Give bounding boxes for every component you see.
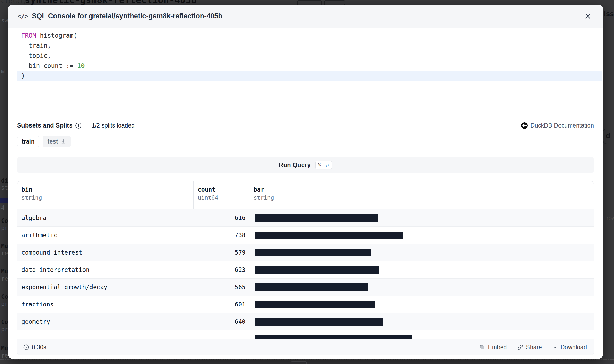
share-icon — [517, 344, 523, 350]
download-icon — [60, 139, 66, 144]
sql-token-keyword: FROM — [21, 32, 36, 39]
modal-header: </> SQL Console for gretelai/synthetic-g… — [8, 5, 603, 28]
sql-line[interactable]: train, — [8, 41, 603, 51]
sql-token-plain: topic, — [21, 52, 51, 59]
table-row[interactable]: fractions 601 — [17, 296, 594, 313]
background-text-fragment: req — [1, 250, 8, 257]
background-text-fragment: Mul — [1, 243, 8, 249]
cell-bin: geometry — [17, 313, 194, 330]
subsets-and-splits-row: Subsets and Splits 1/2 splits loaded Duc… — [17, 120, 594, 131]
cell-bin: algebra — [17, 209, 194, 226]
run-query-label: Run Query — [279, 161, 311, 169]
table-row[interactable]: geometry 640 — [17, 313, 594, 330]
sql-line[interactable]: FROM histogram( — [8, 31, 603, 41]
column-name: bar — [254, 186, 594, 193]
histogram-bar — [255, 301, 375, 308]
splits-loaded-status: 1/2 splits loaded — [92, 122, 135, 129]
embed-icon — [479, 344, 485, 350]
split-tabs: traintest — [17, 136, 71, 147]
cell-bar — [249, 227, 594, 244]
background-text-fragment: Mul — [1, 345, 8, 352]
share-label: Share — [526, 344, 542, 351]
sql-editor[interactable]: FROM histogram( train, topic, bin_count … — [8, 31, 603, 81]
table-row[interactable]: compound interest 579 — [17, 244, 594, 261]
background-text-fragment: Com — [1, 293, 8, 300]
run-query-button[interactable]: Run Query ⌘ ↵ — [17, 157, 594, 173]
cell-bar — [249, 313, 594, 330]
column-name: bin — [21, 186, 193, 193]
query-elapsed-time: 0.30s — [23, 344, 46, 351]
sql-line[interactable]: topic, — [8, 51, 603, 61]
info-icon[interactable] — [75, 122, 82, 129]
keyboard-shortcut-badge: ⌘ ↵ — [315, 161, 332, 169]
code-icon: </> — [18, 12, 28, 20]
table-row[interactable]: data interpretation 623 — [17, 261, 594, 279]
cell-bar — [249, 261, 594, 278]
column-header-bar: bar string — [249, 181, 594, 209]
cell-bar — [249, 279, 594, 296]
background-pill-letter: d — [606, 132, 610, 140]
column-header-count: count uint64 — [194, 181, 249, 209]
column-header-bin: bin string — [17, 181, 194, 209]
clock-icon — [23, 344, 29, 350]
close-button[interactable] — [583, 11, 593, 21]
column-type: uint64 — [198, 194, 249, 201]
histogram-bar — [255, 335, 412, 339]
background-text-fragment: pro — [1, 300, 8, 307]
cell-bar — [249, 296, 594, 313]
cell-bar — [249, 209, 594, 226]
background-text-fragment: str — [1, 184, 8, 191]
cell-bin: arithmetic — [17, 227, 194, 244]
sql-token-plain: ) — [21, 72, 25, 80]
split-tab-test[interactable]: test — [43, 136, 71, 147]
column-type: string — [21, 194, 193, 201]
embed-label: Embed — [488, 344, 507, 351]
sql-console-modal: </> SQL Console for gretelai/synthetic-g… — [8, 5, 603, 359]
histogram-bar — [255, 214, 378, 222]
column-type: string — [254, 194, 594, 201]
background-text-fragment: ⊞ V — [1, 68, 8, 74]
sql-line[interactable]: bin_count := 10 — [8, 61, 603, 71]
embed-button[interactable]: Embed — [479, 344, 507, 351]
background-text-fragment: pro — [1, 225, 8, 231]
cell-count: 601 — [194, 296, 249, 313]
background-page-left-edge: sw⊞ Vdifstr4 ∨ComproMulreqMulreqComproCo… — [0, 0, 8, 364]
histogram-bar — [255, 266, 379, 274]
vertical-divider — [87, 122, 87, 129]
cell-count: 565 — [194, 279, 249, 296]
table-body[interactable]: algebra 616 arithmetic 738 compound inte… — [17, 209, 594, 339]
histogram-bar — [255, 318, 383, 326]
table-row[interactable]: arithmetic 738 — [17, 227, 594, 244]
cell-bar — [249, 330, 594, 339]
background-repo-title-fragment: synthetic-gsm8k-reflection-405b — [25, 0, 197, 5]
table-row-partial[interactable] — [17, 330, 594, 339]
table-row[interactable]: exponential growth/decay 565 — [17, 279, 594, 296]
table-header-row: bin stringcount uint64bar string — [17, 181, 594, 209]
cell-count: 579 — [194, 244, 249, 261]
cell-count: 738 — [194, 227, 249, 244]
table-row[interactable]: algebra 616 — [17, 209, 594, 227]
duckdb-logo-icon — [521, 122, 528, 129]
sql-token-plain: bin_count := — [21, 62, 77, 69]
close-icon — [584, 12, 592, 20]
results-footer: 0.30s Embed Share Download — [17, 339, 594, 355]
background-page-header: etelai/ synthetic-gsm8k-reflection-405b — [0, 0, 614, 5]
background-rows-text-fragment: f row — [603, 215, 614, 222]
split-tab-train[interactable]: train — [17, 136, 39, 147]
download-button[interactable]: Download — [552, 344, 587, 351]
cell-count — [194, 330, 249, 339]
cell-count: 623 — [194, 261, 249, 278]
cell-bin: exponential growth/decay — [17, 279, 194, 296]
sql-line-active[interactable]: ) — [17, 71, 602, 81]
duckdb-documentation-link[interactable]: DuckDB Documentation — [521, 122, 594, 129]
sql-token-number: 10 — [77, 62, 85, 69]
split-tab-label: train — [22, 138, 35, 145]
background-text-fragment: sw — [1, 17, 8, 24]
cell-bin: data interpretation — [17, 261, 194, 278]
cell-count: 640 — [194, 313, 249, 330]
sql-token-plain: train, — [21, 42, 51, 49]
share-button[interactable]: Share — [517, 344, 542, 351]
background-text-fragment: Mul — [1, 268, 8, 275]
indent-guide — [20, 41, 20, 71]
background-text-fragment: pro — [1, 326, 8, 333]
